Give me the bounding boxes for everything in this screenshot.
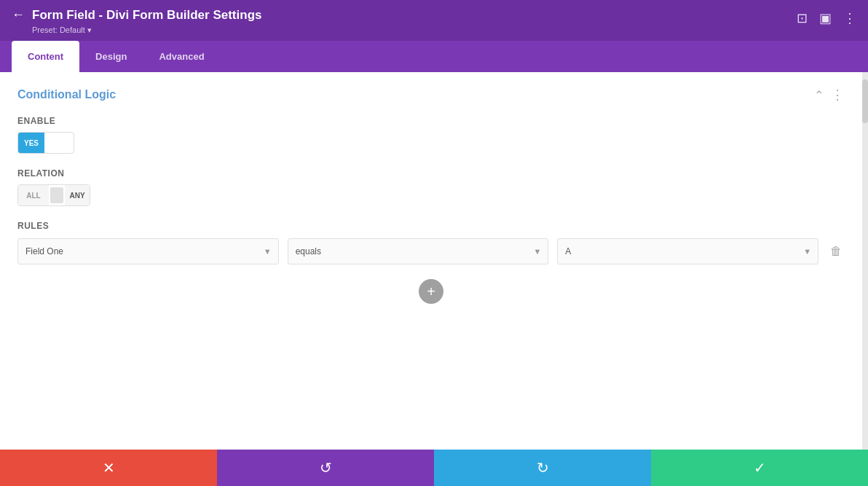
delete-rule-button[interactable]: 🗑 [827,242,845,261]
layout-icon[interactable]: ▣ [819,10,832,26]
operator-select[interactable]: equals [288,238,549,264]
tab-design[interactable]: Design [79,41,143,72]
tabs-bar: Content Design Advanced [0,41,868,72]
save-icon: ✓ [754,459,766,477]
value-input[interactable] [557,238,818,264]
operator-select-wrapper: equals ▼ [288,238,549,264]
content-area: Conditional Logic ⌃ ⋮ Enable YES Relatio… [0,72,862,450]
enable-field-group: Enable YES [17,116,845,154]
value-wrapper: ▼ [557,238,818,264]
collapse-icon[interactable]: ⌃ [814,88,824,102]
back-icon[interactable]: ← [12,7,25,23]
field-select-wrapper: Field One ▼ [17,238,279,264]
tab-content[interactable]: Content [12,41,79,72]
toggle-thumb [46,135,62,151]
add-btn-container: + [17,279,845,304]
section-header: Conditional Logic ⌃ ⋮ [17,87,845,103]
footer: ✕ ↺ ↻ ✓ [0,450,868,486]
header-title: Form Field - Divi Form Builder Settings [32,8,261,23]
undo-button[interactable]: ↺ [217,450,434,486]
main-area: Conditional Logic ⌃ ⋮ Enable YES Relatio… [0,72,868,450]
relation-label: Relation [17,168,845,179]
scrollbar-track [862,72,868,450]
cancel-icon: ✕ [103,459,115,477]
tab-advanced[interactable]: Advanced [143,41,220,72]
header-left: ← Form Field - Divi Form Builder Setting… [12,7,261,35]
relation-field-group: Relation ALL ANY [17,168,845,206]
more-options-icon[interactable]: ⋮ [843,10,856,26]
add-rule-button[interactable]: + [419,279,443,304]
save-button[interactable]: ✓ [651,450,868,486]
preset-label[interactable]: Preset: Default ▾ [32,26,261,35]
scrollbar-thumb[interactable] [862,79,868,123]
redo-icon: ↻ [537,459,549,477]
rules-field-group: Rules Field One ▼ equals ▼ [17,221,845,264]
rule-row: Field One ▼ equals ▼ ▼ 🗑 [17,238,845,264]
field-select[interactable]: Field One [17,238,279,264]
header-right: ⊡ ▣ ⋮ [797,7,856,26]
toggle-yes: YES [18,133,44,153]
enable-label: Enable [17,116,845,126]
expand-icon[interactable]: ⊡ [797,10,808,26]
redo-button[interactable]: ↻ [434,450,651,486]
rules-label: Rules [17,221,845,231]
section-title: Conditional Logic [17,88,116,101]
relation-all: ALL [18,185,49,205]
relation-thumb [50,187,63,203]
relation-any: ANY [65,185,90,205]
cancel-button[interactable]: ✕ [0,450,217,486]
header: ← Form Field - Divi Form Builder Setting… [0,0,868,41]
section-menu-icon[interactable]: ⋮ [831,87,845,103]
header-title-row: ← Form Field - Divi Form Builder Setting… [12,7,261,23]
undo-icon: ↺ [320,459,332,477]
relation-toggle[interactable]: ALL ANY [17,184,90,206]
enable-toggle[interactable]: YES [17,132,74,154]
section-actions: ⌃ ⋮ [814,87,845,103]
